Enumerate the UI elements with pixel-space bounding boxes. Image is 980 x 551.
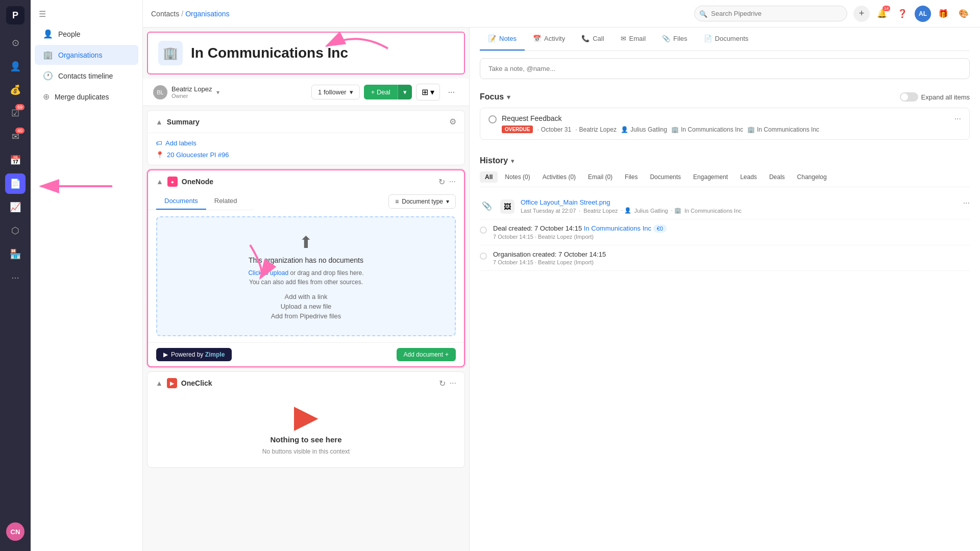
- add-with-link[interactable]: Add with a link: [285, 293, 328, 300]
- focus-chevron[interactable]: ▾: [507, 93, 510, 101]
- sidebar-item-contacts[interactable]: 👤: [5, 56, 26, 77]
- sidebar-item-more[interactable]: ···: [5, 267, 26, 288]
- notes-tab-icon: 📝: [488, 35, 496, 42]
- history-tab-files[interactable]: Files: [620, 171, 643, 183]
- sidebar-item-marketplace[interactable]: 🏪: [5, 244, 26, 264]
- history-tab-notes[interactable]: Notes (0): [500, 171, 535, 183]
- sidebar-item-email[interactable]: ✉40: [5, 127, 26, 147]
- follower-button[interactable]: 1 follower ▾: [311, 85, 360, 99]
- summary-settings[interactable]: ⚙: [449, 117, 456, 127]
- left-nav: ☰ 👤 People 🏢 Organisations 🕐 Contacts ti…: [31, 0, 143, 551]
- task-date: · October 31: [537, 126, 571, 133]
- sidebar-icons: P ⊙ 👤 💰 ☑69 ✉40 📅 📄 📈 ⬡ 🏪 ··· CN: [0, 0, 31, 551]
- notifications-icon[interactable]: 🔔14: [874, 6, 890, 22]
- sidebar-item-products[interactable]: ⬡: [5, 220, 26, 241]
- onenode-more[interactable]: ···: [449, 177, 456, 186]
- upload-new-file[interactable]: Upload a new file: [281, 303, 332, 310]
- history-tab-activities[interactable]: Activities (0): [537, 171, 581, 183]
- upload-actions: Add with a link Upload a new file Add fr…: [271, 293, 341, 320]
- zimple-button[interactable]: ▶ Powered by Zimple: [156, 348, 232, 361]
- summary-collapse[interactable]: ▲: [156, 118, 163, 126]
- focus-header: Focus ▾ Expand all items: [480, 92, 970, 102]
- tab-notes[interactable]: 📝 Notes: [480, 28, 525, 51]
- tab-call[interactable]: 📞 Call: [573, 28, 612, 51]
- task-more-button[interactable]: ···: [954, 114, 961, 123]
- view-toggle-button[interactable]: ⊞ ▾: [416, 84, 440, 101]
- user-avatar-sidebar[interactable]: CN: [6, 522, 24, 541]
- owner-info: Beatriz Lopez Owner: [172, 85, 212, 99]
- sidebar-item-organisations[interactable]: 🏢 Organisations: [35, 45, 138, 65]
- add-document-button[interactable]: Add document +: [397, 348, 456, 361]
- oneclick-more[interactable]: ···: [450, 379, 456, 388]
- summary-section: ▲ Summary ⚙ 🏷 Add labels 📍 20 Gloucester…: [147, 110, 465, 165]
- history-tab-documents[interactable]: Documents: [645, 171, 686, 183]
- history-org-content: Organisation created: 7 October 14:15 7 …: [493, 251, 970, 265]
- sidebar-item-people[interactable]: 👤 People: [35, 24, 138, 44]
- sidebar-item-contacts-timeline[interactable]: 🕐 Contacts timeline: [35, 66, 138, 86]
- tab-documents[interactable]: Documents: [156, 193, 206, 210]
- history-chevron[interactable]: ▾: [511, 157, 514, 165]
- action-bar-right: 1 follower ▾ + Deal ▾ ⊞ ▾ ···: [311, 84, 459, 101]
- profile-icon[interactable]: AL: [915, 6, 931, 22]
- tab-related[interactable]: Related: [206, 193, 246, 210]
- task-title: Request Feedback: [502, 114, 949, 122]
- history-deal-content: Deal created: 7 October 14:15 In Communi…: [493, 224, 970, 240]
- click-to-upload[interactable]: Click to upload: [248, 269, 288, 277]
- breadcrumb-contacts[interactable]: Contacts: [151, 10, 179, 18]
- oneclick-collapse[interactable]: ▲: [156, 379, 163, 387]
- history-tab-deals[interactable]: Deals: [764, 171, 790, 183]
- deal-btn-main[interactable]: + Deal: [364, 85, 398, 99]
- onenode-header: ▲ ● OneNode ↻ ···: [148, 170, 464, 193]
- task-checkbox[interactable]: [488, 115, 497, 123]
- owner-role: Owner: [172, 93, 212, 99]
- filter-icon: ≡: [395, 198, 399, 205]
- owner-dropdown[interactable]: ▾: [216, 89, 219, 96]
- file-more-button[interactable]: ···: [963, 198, 970, 208]
- toggle-switch[interactable]: [900, 92, 918, 102]
- upload-area[interactable]: ⬆ This organization has no documents Cli…: [156, 216, 456, 336]
- history-tab-email[interactable]: Email (0): [583, 171, 618, 183]
- sidebar-item-reports[interactable]: 📈: [5, 197, 26, 217]
- tab-documents[interactable]: 📄 Documents: [696, 28, 757, 51]
- sidebar-item-deals[interactable]: 💰: [5, 80, 26, 100]
- notes-tab-label: Notes: [499, 35, 517, 42]
- sidebar-item-activities[interactable]: ☑69: [5, 103, 26, 123]
- onenode-refresh[interactable]: ↻: [438, 177, 445, 187]
- file-title[interactable]: Office Layout_Main Street.png: [521, 198, 957, 206]
- left-nav-header[interactable]: ☰: [31, 5, 142, 23]
- tab-files[interactable]: 📎 Files: [654, 28, 695, 51]
- document-type-filter[interactable]: ≡ Document type ▾: [388, 194, 456, 209]
- help-icon[interactable]: ❓: [894, 6, 911, 22]
- add-labels-button[interactable]: 🏷 Add labels: [156, 139, 456, 147]
- history-tab-changelog[interactable]: Changelog: [792, 171, 832, 183]
- deal-btn-arrow[interactable]: ▾: [398, 85, 412, 99]
- label-icon: 🏷: [156, 139, 162, 147]
- sidebar-item-home[interactable]: ⊙: [5, 33, 26, 53]
- oneclick-refresh[interactable]: ↻: [439, 379, 446, 388]
- deal-org-link[interactable]: In Communications Inc: [584, 224, 651, 232]
- color-icon[interactable]: 🎨: [955, 6, 972, 22]
- history-tab-leads[interactable]: Leads: [735, 171, 762, 183]
- history-tab-engagement[interactable]: Engagement: [688, 171, 733, 183]
- more-options-button[interactable]: ···: [444, 85, 459, 100]
- history-tab-all[interactable]: All: [480, 171, 498, 183]
- onenode-icon: ●: [167, 177, 178, 187]
- onenode-collapse[interactable]: ▲: [156, 178, 163, 186]
- task-org1: 🏢 In Communications Inc: [671, 126, 743, 133]
- attachment-icon: 📎: [480, 198, 494, 213]
- search-input[interactable]: [694, 6, 847, 21]
- social-icon[interactable]: 🎁: [935, 6, 951, 22]
- add-button[interactable]: +: [853, 6, 870, 22]
- content-area: 🏢 In Communications Inc BL Beatriz Lopez…: [143, 28, 980, 551]
- expand-toggle[interactable]: Expand all items: [900, 92, 970, 102]
- deal-button[interactable]: + Deal ▾: [364, 85, 412, 99]
- tab-activity[interactable]: 📅 Activity: [525, 28, 573, 51]
- org-name: In Communications Inc: [191, 45, 348, 61]
- sidebar-item-merge-duplicates[interactable]: ⊕ Merge duplicates: [35, 87, 138, 107]
- note-input-field[interactable]: [480, 58, 970, 79]
- sidebar-item-calendar[interactable]: 📅: [5, 150, 26, 170]
- sidebar-item-docs[interactable]: 📄: [5, 173, 26, 194]
- hamburger-icon: ☰: [39, 9, 46, 19]
- add-from-pipedrive[interactable]: Add from Pipedrive files: [271, 312, 341, 320]
- tab-email[interactable]: ✉ Email: [612, 28, 654, 51]
